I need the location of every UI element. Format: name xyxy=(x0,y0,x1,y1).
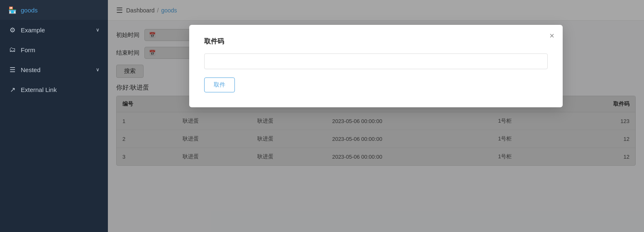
sidebar-item-example[interactable]: ⚙ Example ∨ xyxy=(0,20,108,40)
sidebar-item-form[interactable]: 🗂 Form xyxy=(0,40,108,60)
sidebar-item-external-link[interactable]: ↗ External Link xyxy=(0,80,108,99)
modal-close-button[interactable]: × xyxy=(549,31,554,40)
sidebar-item-goods-label: goods xyxy=(21,7,38,14)
pickup-code-input[interactable] xyxy=(204,53,548,69)
pickup-submit-button[interactable]: 取件 xyxy=(204,77,235,92)
form-icon: 🗂 xyxy=(8,46,17,54)
goods-icon: 🏪 xyxy=(8,6,17,14)
modal-overlay: × 取件码 取件 xyxy=(108,0,644,232)
modal-title: 取件码 xyxy=(204,37,548,46)
example-icon: ⚙ xyxy=(8,26,17,34)
sidebar-item-goods[interactable]: 🏪 goods xyxy=(0,0,108,20)
sidebar-item-external-link-label: External Link xyxy=(21,86,57,93)
chevron-down-icon: ∨ xyxy=(96,67,100,72)
sidebar-item-example-label: Example xyxy=(21,27,45,34)
sidebar: 🏪 goods ⚙ Example ∨ 🗂 Form ☰ Nested ∨ ↗ … xyxy=(0,0,108,232)
chevron-down-icon: ∨ xyxy=(96,27,100,33)
sidebar-item-nested[interactable]: ☰ Nested ∨ xyxy=(0,60,108,80)
external-link-icon: ↗ xyxy=(8,85,17,94)
sidebar-item-nested-label: Nested xyxy=(21,66,41,73)
sidebar-item-form-label: Form xyxy=(21,46,35,53)
nested-icon: ☰ xyxy=(8,65,17,74)
main-area: ☰ Dashboard / goods 初始时间 📅 结束时间 📅 搜索 你好:… xyxy=(108,0,644,232)
modal-dialog: × 取件码 取件 xyxy=(189,25,563,107)
